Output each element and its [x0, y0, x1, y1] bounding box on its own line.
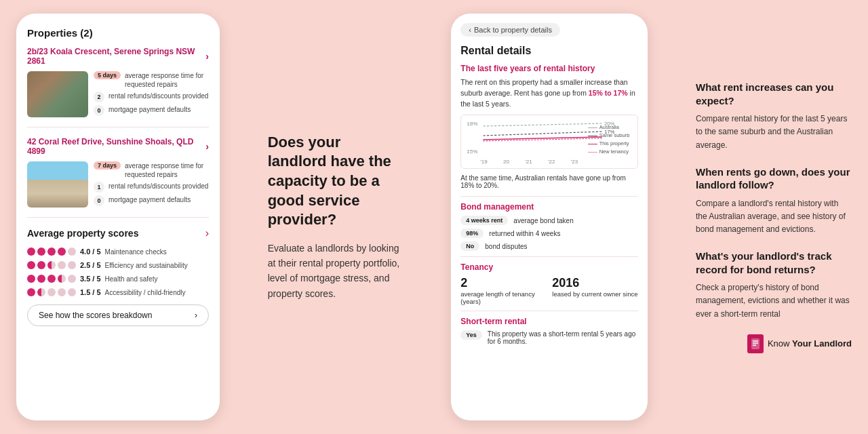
brand-text: Know Your Landlord	[768, 338, 852, 349]
score-label: Efficiency and sustainability	[105, 262, 188, 269]
info-body-2: Compare a landlord's rental history with…	[696, 197, 852, 237]
stat-text: average response time for requested repa…	[125, 161, 209, 179]
au-note: At the same time, Australian rentals hav…	[460, 174, 638, 189]
bond-management-heading: Bond management	[460, 202, 638, 212]
divider	[460, 196, 638, 197]
bond-badge: No	[460, 241, 479, 251]
dot-empty	[68, 275, 76, 283]
stat-text: rental refunds/discounts provided	[108, 182, 208, 191]
see-breakdown-button[interactable]: See how the scores breakdown ›	[27, 304, 209, 326]
svg-rect-6	[751, 338, 760, 349]
dot-empty	[47, 288, 56, 296]
info-heading-3: What's your landlord's track record for …	[696, 250, 852, 276]
stat-row: 5 days average response time for request…	[94, 71, 209, 89]
score-dots	[27, 275, 76, 283]
tenancy-item-length: 2 average length of tenancy (years)	[460, 276, 547, 305]
divider	[460, 311, 638, 311]
tenancy-row: 2 average length of tenancy (years) 2016…	[460, 276, 638, 305]
highlight-text: 15% to 17%	[589, 89, 628, 97]
info-body-1: Compare rental history for the last 5 ye…	[696, 113, 852, 152]
rental-history-heading: The last five years of rental history	[460, 64, 638, 73]
chevron-right-icon: ›	[205, 141, 209, 152]
short-term-row: Yes This property was a short-term renta…	[460, 330, 638, 345]
chevron-right-icon[interactable]: ›	[205, 227, 209, 239]
score-value: 4.0 / 5	[80, 248, 101, 256]
bond-text: returned within 4 weeks	[489, 230, 560, 237]
dot-full	[47, 248, 56, 256]
rental-details-title: Rental details	[460, 45, 638, 57]
dot-empty	[68, 248, 76, 256]
divider	[460, 256, 638, 257]
short-term-heading: Short-term rental	[460, 317, 638, 326]
bond-row-2: 98% returned within 4 weeks	[460, 229, 638, 238]
info-panel: What rent increases can you expect? Comp…	[689, 74, 852, 360]
bond-row-3: No bond disputes	[460, 241, 638, 251]
dot-full	[27, 248, 35, 256]
bond-row-1: 4 weeks rent average bond taken	[460, 216, 638, 225]
middle-body: Evaluate a landlords by looking at their…	[268, 241, 403, 302]
property-1-link[interactable]: 2b/23 Koala Crescent, Serene Springs NSW…	[27, 47, 209, 66]
stat-num: 2	[94, 92, 104, 102]
score-dots	[27, 261, 76, 269]
tenancy-num: 2	[460, 276, 547, 290]
chart-legend: Australia Same suburb This property New …	[588, 123, 630, 156]
rental-chart: 18% 15% 20% 17% Australia Same suburb	[460, 115, 638, 169]
dot-half	[58, 275, 66, 283]
bond-badge: 98%	[460, 229, 484, 238]
dot-full	[37, 275, 45, 283]
left-phone: Properties (2) 2b/23 Koala Crescent, Ser…	[16, 14, 220, 420]
tenancy-since-label: leased by current owner since	[552, 290, 638, 298]
short-term-text: This property was a short-term rental 5 …	[488, 330, 638, 345]
score-value: 3.5 / 5	[80, 275, 101, 283]
score-dots	[27, 248, 76, 256]
svg-line-0	[484, 123, 602, 126]
bond-badge: 4 weeks rent	[460, 216, 508, 225]
dot-full	[37, 248, 45, 256]
chevron-left-icon: ‹	[469, 26, 471, 34]
info-block-3: What's your landlord's track record for …	[696, 250, 852, 321]
tenancy-heading: Tenancy	[460, 262, 638, 272]
svg-line-1	[484, 132, 602, 136]
yes-badge: Yes	[460, 330, 482, 340]
stat-num: 0	[94, 195, 104, 206]
chevron-right-icon: ›	[195, 311, 197, 320]
dot-full	[27, 261, 35, 269]
stat-num: 0	[94, 105, 104, 116]
info-block-1: What rent increases can you expect? Comp…	[696, 81, 852, 152]
tenancy-since-num: 2016	[552, 276, 638, 290]
bond-text: average bond taken	[513, 217, 573, 224]
stat-row: 2 rental refunds/discounts provided	[94, 92, 209, 102]
dot-full	[27, 288, 35, 296]
stat-row: 0 mortgage payment defaults	[94, 105, 209, 116]
score-value: 2.5 / 5	[80, 261, 101, 269]
score-row-maintenance: 4.0 / 5 Maintenance checks	[27, 248, 209, 256]
middle-section: Does your landlord have the capacity to …	[261, 133, 410, 302]
properties-title: Properties (2)	[27, 27, 209, 39]
dot-empty	[68, 261, 76, 269]
property-2-link[interactable]: 42 Coral Reef Drive, Sunshine Shoals, QL…	[27, 137, 209, 156]
svg-line-2	[484, 137, 602, 140]
property-1-stats: 5 days average response time for request…	[94, 71, 209, 117]
rental-history-desc: The rent on this property had a smaller …	[460, 77, 638, 109]
dot-empty	[58, 288, 66, 296]
dot-half	[47, 261, 56, 269]
property-2-image	[27, 161, 88, 208]
avg-scores-header: Average property scores ›	[27, 227, 209, 239]
stat-text: mortgage payment defaults	[108, 105, 191, 114]
stat-text: mortgage payment defaults	[108, 195, 191, 204]
stat-row: 7 days average response time for request…	[94, 161, 209, 179]
stat-num: 1	[94, 182, 104, 193]
back-button[interactable]: ‹ Back to property details	[460, 23, 560, 37]
right-phone: ‹ Back to property details Rental detail…	[451, 14, 648, 420]
score-label: Maintenance checks	[105, 248, 167, 256]
stat-text: average response time for requested repa…	[125, 71, 209, 89]
score-row-health: 3.5 / 5 Health and safety	[27, 275, 209, 283]
info-heading-2: When rents go down, does your landlord f…	[696, 165, 852, 192]
score-value: 1.5 / 5	[80, 288, 101, 296]
info-heading-1: What rent increases can you expect?	[696, 81, 852, 107]
score-label: Accessibility / child-friendly	[105, 289, 186, 296]
tenancy-item-since: 2016 leased by current owner since	[552, 276, 638, 305]
chart-x-labels: '19 20 '21 '22 '23	[467, 159, 591, 165]
property-2-card: 7 days average response time for request…	[27, 161, 209, 218]
info-block-2: When rents go down, does your landlord f…	[696, 165, 852, 237]
